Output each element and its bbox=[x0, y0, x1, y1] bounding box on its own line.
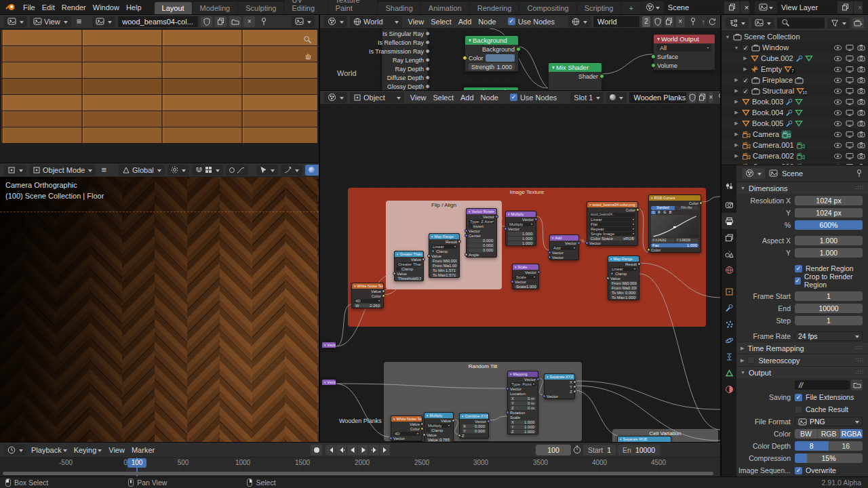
record-button[interactable] bbox=[311, 445, 322, 455]
node-header[interactable]: ▾White Noise Texture bbox=[352, 283, 383, 289]
overlays-button[interactable] bbox=[305, 165, 319, 176]
node-header[interactable]: ▾Separate RGB bbox=[618, 436, 671, 442]
unlink-material-button[interactable]: × bbox=[709, 92, 713, 103]
fake-user-button[interactable] bbox=[201, 16, 212, 27]
node-dropdown[interactable]: 4D▾ bbox=[354, 299, 381, 303]
panel-header-stereoscopy[interactable]: ▶✓Stereoscopy∷∷ bbox=[736, 354, 868, 366]
duplicate-world-button[interactable] bbox=[665, 16, 673, 27]
node-header[interactable]: ▾RGB Curves bbox=[649, 195, 701, 201]
slot-selector[interactable]: Slot 1 bbox=[570, 92, 604, 103]
tab-modeling[interactable]: Modeling bbox=[193, 2, 239, 14]
node-value-field[interactable]: X1.000 bbox=[510, 420, 536, 424]
node-dropdown[interactable]: Single Image▾ bbox=[589, 232, 635, 236]
node-collapse-icon[interactable]: ▾ bbox=[427, 413, 429, 418]
remove-view-layer-button[interactable]: × bbox=[853, 1, 863, 14]
node-value-field[interactable]: X0.000 bbox=[462, 424, 486, 428]
image-view-menu[interactable]: View bbox=[30, 16, 71, 27]
node-header[interactable]: ▾wood_beams04-color.png bbox=[587, 202, 637, 207]
world-name-field[interactable]: World bbox=[593, 16, 639, 27]
tab-standard[interactable]: Standard bbox=[651, 206, 675, 210]
hide-eye-icon[interactable] bbox=[833, 45, 842, 51]
duplicate-image-button[interactable] bbox=[215, 16, 226, 27]
prop-field[interactable]: 1 bbox=[795, 291, 863, 301]
pivot-point-button[interactable] bbox=[167, 165, 189, 176]
editor-type-button[interactable] bbox=[324, 16, 347, 27]
node-value-field[interactable]: From Mi0.000 bbox=[610, 281, 637, 285]
select-tool-icons[interactable] bbox=[256, 165, 278, 176]
tab-sculpting[interactable]: Sculpting bbox=[238, 2, 284, 14]
menu-node[interactable]: Node bbox=[475, 18, 499, 26]
node-dropdown[interactable]: Greater Than▾ bbox=[397, 262, 421, 266]
shader-type-selector[interactable]: Object bbox=[350, 92, 404, 103]
expander-icon[interactable]: ▶ bbox=[742, 56, 749, 61]
node-background[interactable]: ▾BackgroundBackgroundColorStrength1.000 bbox=[465, 35, 519, 72]
prop-slider[interactable]: 15% bbox=[795, 453, 863, 463]
disable-render-icon[interactable] bbox=[857, 120, 865, 127]
tab-+[interactable]: + bbox=[621, 2, 641, 14]
node-dropdown[interactable]: 4D▾ bbox=[393, 432, 420, 436]
hide-eye-icon[interactable] bbox=[833, 121, 842, 127]
properties-tab-viewlayer[interactable] bbox=[722, 229, 736, 245]
collection-checkbox[interactable]: ✓ bbox=[742, 87, 749, 95]
fake-user-button[interactable] bbox=[653, 16, 662, 27]
menu-edit[interactable]: Edit bbox=[39, 3, 58, 12]
jump-end-button[interactable] bbox=[380, 445, 391, 455]
node-value-field[interactable]: Scale1.000 bbox=[515, 285, 536, 289]
node-value-field[interactable]: X0 m bbox=[510, 396, 536, 401]
node-combine-xyz[interactable]: ▾Combine XYZVectorX0.000Y0.000Z bbox=[459, 413, 489, 439]
open-image-button[interactable] bbox=[229, 16, 241, 27]
properties-tab-world[interactable] bbox=[722, 262, 736, 278]
node-collapse-icon[interactable]: ▾ bbox=[354, 284, 356, 288]
material-browse-button[interactable] bbox=[606, 92, 627, 103]
disable-viewport-icon[interactable] bbox=[846, 44, 854, 51]
node-greater-than[interactable]: ▾Greater ThanValueGreater Than▾ClampValu… bbox=[394, 251, 424, 281]
node-checkbox[interactable] bbox=[397, 267, 400, 270]
tab-animation[interactable]: Animation bbox=[421, 2, 470, 14]
node-value-field[interactable]: From Ma1.000 bbox=[431, 264, 457, 268]
timeline-menu-marker[interactable]: Marker bbox=[128, 446, 158, 454]
checkbox[interactable]: ✓ bbox=[795, 265, 802, 272]
disable-render-icon[interactable] bbox=[857, 66, 865, 73]
node-dropdown[interactable]: Type: Z Axis▾ bbox=[469, 220, 494, 224]
menu-select[interactable]: Select bbox=[429, 94, 457, 102]
pan-gizmo-icon[interactable] bbox=[304, 52, 312, 60]
hide-eye-icon[interactable] bbox=[833, 66, 842, 73]
node-dropdown[interactable]: Multiply▾ bbox=[427, 424, 451, 428]
properties-tab-output[interactable] bbox=[722, 213, 736, 229]
expander-icon[interactable]: ▶ bbox=[733, 77, 740, 83]
disable-viewport-icon[interactable] bbox=[846, 131, 854, 138]
node-value-field[interactable]: To Max1.571 bbox=[431, 273, 457, 277]
node-collapse-icon[interactable]: ▾ bbox=[324, 343, 326, 347]
node-vector-a[interactable]: ▾Vector bbox=[321, 342, 336, 348]
node-checkbox[interactable] bbox=[431, 249, 435, 253]
node-mapping[interactable]: ▾MappingVectorType: Point▾VectorLocation… bbox=[507, 371, 538, 434]
outliner-row-camera-002[interactable]: ▶Camera.002 bbox=[722, 150, 868, 161]
node-separate-xyz[interactable]: ▾Separate XYZXYZVector bbox=[544, 373, 575, 399]
prop-field[interactable]: 1 bbox=[795, 316, 863, 325]
current-frame-badge[interactable]: 100 bbox=[127, 458, 146, 468]
timeline-ruler[interactable]: -500050010001500200025003000350040004500… bbox=[0, 458, 720, 476]
outliner-row-window[interactable]: ▼✓Window bbox=[722, 42, 868, 53]
properties-tab-particles[interactable] bbox=[722, 316, 736, 332]
node-header[interactable]: ▾Background bbox=[465, 36, 518, 45]
channel-G[interactable]: G bbox=[663, 211, 668, 214]
node-header[interactable]: ▾Mapping bbox=[508, 371, 538, 377]
node-header[interactable]: ▾Scale bbox=[513, 264, 538, 270]
node-dropdown[interactable]: Add▾ bbox=[552, 246, 576, 250]
frame-start-field[interactable]: Start1 bbox=[583, 445, 616, 455]
delete-scene-button[interactable]: × bbox=[740, 1, 749, 14]
tab-compositing[interactable]: Compositing bbox=[519, 2, 576, 14]
tab-layout[interactable]: Layout bbox=[155, 2, 193, 14]
node-vector-rotate[interactable]: ▾Vector RotateVectorType: Z Axis▾InvertV… bbox=[466, 208, 497, 258]
node-value-field[interactable]: From Mi0.000 bbox=[431, 259, 457, 263]
render-slot-button[interactable] bbox=[292, 16, 315, 27]
y-value[interactable]: Y 0.08036 bbox=[675, 239, 699, 243]
disable-viewport-icon[interactable] bbox=[846, 109, 854, 116]
node-collapse-icon[interactable]: ▾ bbox=[547, 375, 549, 379]
node-collapse-icon[interactable]: ▾ bbox=[467, 89, 470, 90]
hide-eye-icon[interactable] bbox=[833, 56, 842, 62]
new-view-layer-button[interactable] bbox=[837, 1, 853, 14]
gizmo-button[interactable] bbox=[281, 165, 302, 176]
node-collapse-icon[interactable]: ▾ bbox=[510, 372, 512, 376]
open-folder-button[interactable] bbox=[851, 380, 863, 390]
